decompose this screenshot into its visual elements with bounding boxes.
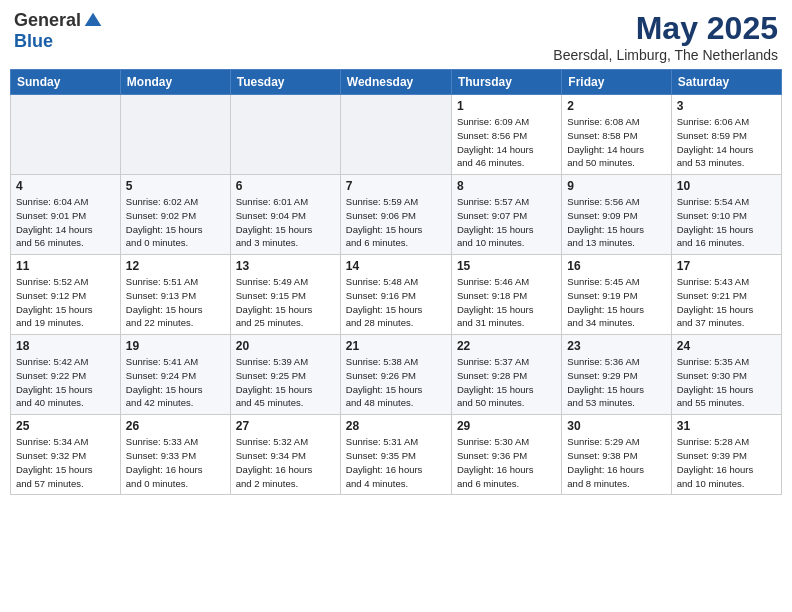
logo-general-text: General: [14, 10, 81, 31]
day-of-week-header: Thursday: [451, 70, 561, 95]
calendar-day-cell: 9Sunrise: 5:56 AMSunset: 9:09 PMDaylight…: [562, 175, 671, 255]
day-info-text: Sunrise: 5:35 AMSunset: 9:30 PMDaylight:…: [677, 355, 776, 410]
day-number: 19: [126, 339, 225, 353]
day-info-text: Sunrise: 5:42 AMSunset: 9:22 PMDaylight:…: [16, 355, 115, 410]
day-info-text: Sunrise: 5:59 AMSunset: 9:06 PMDaylight:…: [346, 195, 446, 250]
calendar-week-row: 18Sunrise: 5:42 AMSunset: 9:22 PMDayligh…: [11, 335, 782, 415]
day-number: 25: [16, 419, 115, 433]
day-info-text: Sunrise: 5:49 AMSunset: 9:15 PMDaylight:…: [236, 275, 335, 330]
calendar-week-row: 11Sunrise: 5:52 AMSunset: 9:12 PMDayligh…: [11, 255, 782, 335]
day-of-week-header: Wednesday: [340, 70, 451, 95]
days-of-week-row: SundayMondayTuesdayWednesdayThursdayFrid…: [11, 70, 782, 95]
day-number: 8: [457, 179, 556, 193]
calendar-day-cell: 6Sunrise: 6:01 AMSunset: 9:04 PMDaylight…: [230, 175, 340, 255]
day-info-text: Sunrise: 5:43 AMSunset: 9:21 PMDaylight:…: [677, 275, 776, 330]
day-number: 4: [16, 179, 115, 193]
calendar-day-cell: 3Sunrise: 6:06 AMSunset: 8:59 PMDaylight…: [671, 95, 781, 175]
day-info-text: Sunrise: 5:52 AMSunset: 9:12 PMDaylight:…: [16, 275, 115, 330]
calendar-day-cell: 22Sunrise: 5:37 AMSunset: 9:28 PMDayligh…: [451, 335, 561, 415]
day-info-text: Sunrise: 5:30 AMSunset: 9:36 PMDaylight:…: [457, 435, 556, 490]
calendar-day-cell: 7Sunrise: 5:59 AMSunset: 9:06 PMDaylight…: [340, 175, 451, 255]
location-text: Beersdal, Limburg, The Netherlands: [553, 47, 778, 63]
calendar-week-row: 1Sunrise: 6:09 AMSunset: 8:56 PMDaylight…: [11, 95, 782, 175]
day-number: 14: [346, 259, 446, 273]
month-title: May 2025: [553, 10, 778, 47]
day-info-text: Sunrise: 5:38 AMSunset: 9:26 PMDaylight:…: [346, 355, 446, 410]
day-info-text: Sunrise: 5:45 AMSunset: 9:19 PMDaylight:…: [567, 275, 665, 330]
day-info-text: Sunrise: 6:08 AMSunset: 8:58 PMDaylight:…: [567, 115, 665, 170]
calendar-day-cell: 8Sunrise: 5:57 AMSunset: 9:07 PMDaylight…: [451, 175, 561, 255]
calendar-day-cell: 31Sunrise: 5:28 AMSunset: 9:39 PMDayligh…: [671, 415, 781, 495]
calendar-day-cell: 23Sunrise: 5:36 AMSunset: 9:29 PMDayligh…: [562, 335, 671, 415]
day-of-week-header: Sunday: [11, 70, 121, 95]
calendar-day-cell: 13Sunrise: 5:49 AMSunset: 9:15 PMDayligh…: [230, 255, 340, 335]
day-number: 10: [677, 179, 776, 193]
calendar-day-cell: [230, 95, 340, 175]
calendar-day-cell: 24Sunrise: 5:35 AMSunset: 9:30 PMDayligh…: [671, 335, 781, 415]
day-info-text: Sunrise: 5:33 AMSunset: 9:33 PMDaylight:…: [126, 435, 225, 490]
day-info-text: Sunrise: 6:09 AMSunset: 8:56 PMDaylight:…: [457, 115, 556, 170]
day-of-week-header: Monday: [120, 70, 230, 95]
day-number: 13: [236, 259, 335, 273]
day-number: 21: [346, 339, 446, 353]
day-number: 22: [457, 339, 556, 353]
day-number: 16: [567, 259, 665, 273]
svg-marker-0: [85, 12, 102, 25]
day-number: 12: [126, 259, 225, 273]
day-info-text: Sunrise: 5:28 AMSunset: 9:39 PMDaylight:…: [677, 435, 776, 490]
day-number: 11: [16, 259, 115, 273]
calendar-table: SundayMondayTuesdayWednesdayThursdayFrid…: [10, 69, 782, 495]
day-number: 29: [457, 419, 556, 433]
calendar-day-cell: 21Sunrise: 5:38 AMSunset: 9:26 PMDayligh…: [340, 335, 451, 415]
calendar-day-cell: 5Sunrise: 6:02 AMSunset: 9:02 PMDaylight…: [120, 175, 230, 255]
calendar-header: SundayMondayTuesdayWednesdayThursdayFrid…: [11, 70, 782, 95]
calendar-day-cell: 15Sunrise: 5:46 AMSunset: 9:18 PMDayligh…: [451, 255, 561, 335]
day-info-text: Sunrise: 5:51 AMSunset: 9:13 PMDaylight:…: [126, 275, 225, 330]
calendar-day-cell: 1Sunrise: 6:09 AMSunset: 8:56 PMDaylight…: [451, 95, 561, 175]
calendar-day-cell: 16Sunrise: 5:45 AMSunset: 9:19 PMDayligh…: [562, 255, 671, 335]
calendar-day-cell: 30Sunrise: 5:29 AMSunset: 9:38 PMDayligh…: [562, 415, 671, 495]
calendar-day-cell: 11Sunrise: 5:52 AMSunset: 9:12 PMDayligh…: [11, 255, 121, 335]
day-info-text: Sunrise: 5:48 AMSunset: 9:16 PMDaylight:…: [346, 275, 446, 330]
day-number: 28: [346, 419, 446, 433]
calendar-day-cell: 10Sunrise: 5:54 AMSunset: 9:10 PMDayligh…: [671, 175, 781, 255]
calendar-day-cell: [11, 95, 121, 175]
day-info-text: Sunrise: 5:31 AMSunset: 9:35 PMDaylight:…: [346, 435, 446, 490]
day-info-text: Sunrise: 5:46 AMSunset: 9:18 PMDaylight:…: [457, 275, 556, 330]
calendar-day-cell: 20Sunrise: 5:39 AMSunset: 9:25 PMDayligh…: [230, 335, 340, 415]
day-info-text: Sunrise: 5:34 AMSunset: 9:32 PMDaylight:…: [16, 435, 115, 490]
day-number: 17: [677, 259, 776, 273]
day-info-text: Sunrise: 5:56 AMSunset: 9:09 PMDaylight:…: [567, 195, 665, 250]
calendar-day-cell: 4Sunrise: 6:04 AMSunset: 9:01 PMDaylight…: [11, 175, 121, 255]
page-header: General Blue May 2025 Beersdal, Limburg,…: [10, 10, 782, 63]
calendar-day-cell: 2Sunrise: 6:08 AMSunset: 8:58 PMDaylight…: [562, 95, 671, 175]
calendar-week-row: 25Sunrise: 5:34 AMSunset: 9:32 PMDayligh…: [11, 415, 782, 495]
calendar-day-cell: 12Sunrise: 5:51 AMSunset: 9:13 PMDayligh…: [120, 255, 230, 335]
calendar-day-cell: 18Sunrise: 5:42 AMSunset: 9:22 PMDayligh…: [11, 335, 121, 415]
day-number: 26: [126, 419, 225, 433]
day-of-week-header: Tuesday: [230, 70, 340, 95]
day-number: 15: [457, 259, 556, 273]
calendar-day-cell: 26Sunrise: 5:33 AMSunset: 9:33 PMDayligh…: [120, 415, 230, 495]
day-info-text: Sunrise: 6:04 AMSunset: 9:01 PMDaylight:…: [16, 195, 115, 250]
day-number: 7: [346, 179, 446, 193]
day-number: 6: [236, 179, 335, 193]
title-block: May 2025 Beersdal, Limburg, The Netherla…: [553, 10, 778, 63]
day-number: 23: [567, 339, 665, 353]
logo-icon: [83, 11, 103, 31]
calendar-day-cell: [340, 95, 451, 175]
day-number: 20: [236, 339, 335, 353]
day-info-text: Sunrise: 5:39 AMSunset: 9:25 PMDaylight:…: [236, 355, 335, 410]
calendar-day-cell: 19Sunrise: 5:41 AMSunset: 9:24 PMDayligh…: [120, 335, 230, 415]
calendar-day-cell: 17Sunrise: 5:43 AMSunset: 9:21 PMDayligh…: [671, 255, 781, 335]
calendar-day-cell: 14Sunrise: 5:48 AMSunset: 9:16 PMDayligh…: [340, 255, 451, 335]
calendar-day-cell: [120, 95, 230, 175]
day-info-text: Sunrise: 5:32 AMSunset: 9:34 PMDaylight:…: [236, 435, 335, 490]
day-number: 18: [16, 339, 115, 353]
day-of-week-header: Saturday: [671, 70, 781, 95]
day-info-text: Sunrise: 5:41 AMSunset: 9:24 PMDaylight:…: [126, 355, 225, 410]
logo-blue-text: Blue: [14, 31, 53, 52]
calendar-body: 1Sunrise: 6:09 AMSunset: 8:56 PMDaylight…: [11, 95, 782, 495]
calendar-day-cell: 28Sunrise: 5:31 AMSunset: 9:35 PMDayligh…: [340, 415, 451, 495]
calendar-day-cell: 27Sunrise: 5:32 AMSunset: 9:34 PMDayligh…: [230, 415, 340, 495]
